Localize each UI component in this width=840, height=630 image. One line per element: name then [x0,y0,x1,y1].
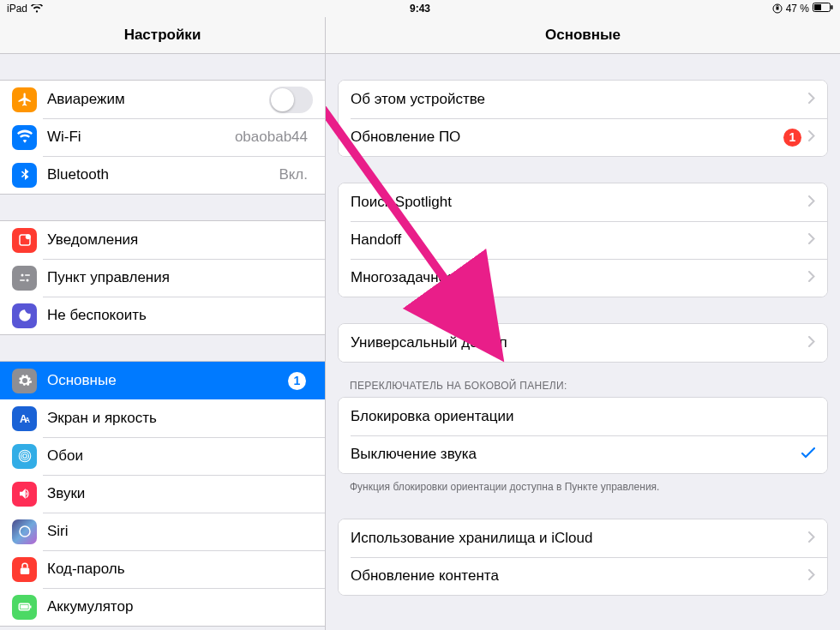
clock: 9:43 [410,3,430,15]
detail-item-label: Handoff [351,231,808,249]
sidebar-item-dnd[interactable]: Не беспокоить [0,297,325,334]
passcode-icon [12,557,37,582]
svg-point-13 [22,454,27,459]
battery-icon [813,3,833,15]
svg-rect-20 [20,605,27,609]
svg-rect-3 [814,4,821,10]
siri-icon [12,519,37,544]
detail-item-handoff[interactable]: Handoff [339,221,827,259]
chevron-right-icon [808,567,815,585]
detail-title: Основные [326,17,840,54]
badge: 1 [783,129,801,147]
chevron-right-icon [808,269,815,286]
sidebar-item-sounds[interactable]: Звуки [0,475,325,513]
sidebar-item-display[interactable]: AAЭкран и яркость [0,399,325,437]
sounds-icon [12,482,37,507]
sidebar-item-label: Не беспокоить [47,307,313,324]
svg-point-9 [26,279,28,282]
sidebar-item-label: Экран и яркость [47,410,313,427]
wifi-icon [31,4,43,13]
checkmark-icon [801,446,815,463]
status-bar: iPad 9:43 47 % [0,0,840,17]
chevron-right-icon [808,334,815,351]
display-icon: AA [12,406,37,431]
detail-item-storage[interactable]: Использование хранилища и iCloud [339,519,827,557]
sidebar-item-label: Wi-Fi [47,129,235,146]
controlcenter-icon [12,266,37,291]
svg-rect-19 [30,606,32,609]
section-header: ПЕРЕКЛЮЧАТЕЛЬ НА БОКОВОЙ ПАНЕЛИ: [326,363,840,397]
sidebar-item-label: Звуки [47,485,313,502]
svg-point-16 [20,526,30,537]
sidebar-item-notifications[interactable]: Уведомления [0,221,325,259]
svg-point-7 [21,274,23,277]
svg-point-6 [25,234,30,239]
sidebar-item-label: Авиарежим [47,91,269,108]
general-icon [12,369,37,393]
section-footer: Функция блокировки ориентации доступна в… [326,474,840,493]
sidebar-item-value: obaobab44 [235,129,308,146]
airplane-toggle[interactable] [269,87,313,113]
chevron-right-icon [808,129,815,146]
chevron-right-icon [808,530,815,547]
sidebar-item-wifi[interactable]: Wi-Fiobaobab44 [0,118,325,156]
svg-rect-17 [20,568,29,575]
sidebar-scroll[interactable]: АвиарежимWi-Fiobaobab44BluetoothВкл.Увед… [0,54,325,630]
badge: 1 [288,372,306,390]
detail-item-label: Поиск Spotlight [351,194,808,211]
sidebar-item-label: Bluetooth [47,166,279,183]
sidebar-item-label: Код-пароль [47,561,313,578]
detail-item-multitask[interactable]: Многозадачность [339,259,827,297]
dnd-icon [12,303,37,328]
detail-item-spotlight[interactable]: Поиск Spotlight [339,183,827,221]
detail-pane: Основные Об этом устройствеОбновление ПО… [326,17,840,630]
wifi-icon [12,125,37,150]
sidebar-item-label: Уведомления [47,231,313,249]
chevron-right-icon [808,194,815,211]
orientation-lock-icon [772,3,783,14]
bluetooth-icon [12,163,37,188]
detail-item-label: Обновление ПО [351,129,783,146]
detail-item-label: Многозадачность [351,269,808,286]
sidebar-item-airplane[interactable]: Авиарежим [0,81,325,118]
detail-item-bgrefresh[interactable]: Обновление контента [339,557,827,595]
detail-item-accessibility[interactable]: Универсальный доступ [339,324,827,362]
sidebar-item-passcode[interactable]: Код-пароль [0,550,325,588]
sidebar-item-siri[interactable]: Siri [0,513,325,550]
detail-item-about[interactable]: Об этом устройстве [339,81,827,118]
detail-item-swupdate[interactable]: Обновление ПО1 [339,118,827,156]
sidebar-item-general[interactable]: Основные1 [0,362,325,399]
sidebar-item-label: Обои [47,447,313,465]
sidebar-item-wallpaper[interactable]: Обои [0,437,325,475]
detail-item-label: Универсальный доступ [351,334,808,351]
detail-item-label: Об этом устройстве [351,91,808,108]
airplane-icon [12,87,37,112]
battery-label: 47 % [786,3,809,15]
sidebar-item-label: Основные [47,372,288,389]
detail-item-lockrot[interactable]: Блокировка ориентации [339,398,827,435]
wallpaper-icon [12,444,37,469]
detail-item-label: Использование хранилища и iCloud [351,530,808,547]
sidebar-title: Настройки [0,17,325,54]
detail-item-label: Выключение звука [351,446,801,463]
sidebar-item-battery[interactable]: Аккумулятор [0,588,325,626]
sidebar-item-label: Пункт управления [47,269,313,286]
detail-item-label: Обновление контента [351,567,808,585]
chevron-right-icon [808,231,815,249]
svg-point-14 [21,453,28,460]
sidebar-item-value: Вкл. [279,166,308,183]
sidebar-item-bluetooth[interactable]: BluetoothВкл. [0,156,325,194]
sidebar-item-label: Siri [47,523,313,540]
svg-rect-8 [25,274,30,276]
detail-scroll[interactable]: Об этом устройствеОбновление ПО1Поиск Sp… [326,54,840,630]
settings-sidebar: Настройки АвиарежимWi-Fiobaobab44Bluetoo… [0,17,326,630]
notifications-icon [12,228,37,253]
svg-rect-1 [776,7,778,10]
svg-rect-4 [831,5,833,9]
detail-item-mute[interactable]: Выключение звука [339,435,827,473]
sidebar-item-label: Аккумулятор [47,598,313,615]
sidebar-item-controlcenter[interactable]: Пункт управления [0,259,325,297]
detail-item-label: Блокировка ориентации [351,408,815,425]
svg-rect-10 [20,279,25,281]
chevron-right-icon [808,91,815,108]
